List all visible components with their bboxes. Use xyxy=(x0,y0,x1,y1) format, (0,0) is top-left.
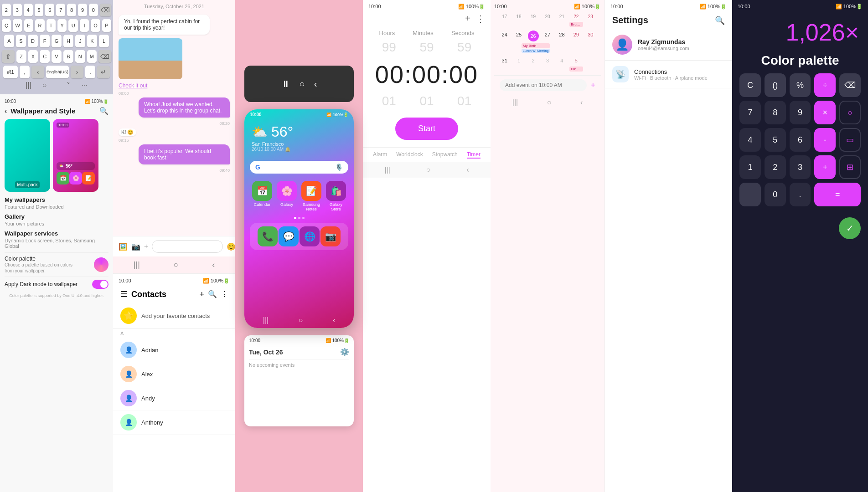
cal-day-5[interactable]: 5 xyxy=(569,56,583,65)
cal-day-2[interactable]: 2 xyxy=(527,56,540,65)
key-8[interactable]: 8 xyxy=(67,4,76,16)
key-j[interactable]: J xyxy=(75,35,85,47)
key-symbols[interactable]: #!1 xyxy=(3,66,18,78)
dock-messages[interactable]: 💬 xyxy=(279,226,299,246)
cal-day-1[interactable]: 1 xyxy=(512,56,525,65)
color-palette-dot[interactable] xyxy=(94,257,108,272)
key-2[interactable]: 2 xyxy=(2,4,11,16)
key-w[interactable]: W xyxy=(13,19,22,32)
contacts-more-icon[interactable]: ⋮ xyxy=(221,290,228,299)
cal-day-3[interactable]: 3 xyxy=(541,56,554,65)
calc-btn-percent[interactable]: % xyxy=(790,73,811,97)
calc-btn-6[interactable]: 6 xyxy=(790,128,811,152)
key-v[interactable]: V xyxy=(52,50,62,63)
cal-add-event-plus[interactable]: + xyxy=(590,81,595,90)
chat-link[interactable]: Check it out xyxy=(119,81,230,89)
key-5[interactable]: 5 xyxy=(35,4,44,16)
key-x[interactable]: X xyxy=(28,50,38,63)
key-language[interactable]: English(US) xyxy=(46,66,69,78)
timer-start-button[interactable]: Start xyxy=(395,118,458,140)
contact-item-andy[interactable]: 👤 Andy xyxy=(113,386,235,410)
contact-item-anthony[interactable]: 👤 Anthony xyxy=(113,410,235,435)
google-search-bar[interactable]: G 🎙️ xyxy=(250,161,348,174)
dock-internet[interactable]: 🌐 xyxy=(300,226,320,246)
calc-confirm-button[interactable]: ✓ xyxy=(839,217,861,239)
calc-btn-parens[interactable]: () xyxy=(765,73,786,97)
key-o[interactable]: O xyxy=(91,19,100,32)
key-comma[interactable]: , xyxy=(20,66,30,78)
calc-btn-8[interactable]: 8 xyxy=(765,101,786,124)
key-z[interactable]: Z xyxy=(16,50,26,63)
key-r[interactable]: R xyxy=(35,19,44,32)
small-cal-setting-icon[interactable]: ⚙️ xyxy=(340,348,349,356)
key-lang-right[interactable]: › xyxy=(71,66,83,78)
cal-day-26-wrapper[interactable]: 26 xyxy=(527,31,540,41)
key-p[interactable]: P xyxy=(102,19,111,32)
cal-day-29[interactable]: 29 xyxy=(569,31,583,41)
key-c[interactable]: C xyxy=(40,50,50,63)
key-l[interactable]: L xyxy=(99,35,109,47)
timer-more-icon[interactable]: ⋮ xyxy=(476,13,485,24)
tab-worldclock[interactable]: Worldclock xyxy=(396,151,423,159)
app-notes[interactable]: 📝 Samsung Notes xyxy=(301,181,322,211)
key-3[interactable]: 3 xyxy=(13,4,22,16)
contacts-menu-icon[interactable]: ☰ xyxy=(120,289,128,299)
wallpaper-search-icon[interactable]: 🔍 xyxy=(99,107,108,115)
contact-item-adrian[interactable]: 👤 Adrian xyxy=(113,338,235,362)
phone-nav-back[interactable]: ‹ xyxy=(333,316,335,324)
key-h[interactable]: H xyxy=(63,35,73,47)
cal-nav-bars[interactable]: ||| xyxy=(512,98,518,107)
key-d[interactable]: D xyxy=(28,35,38,47)
dark-mode-toggle[interactable] xyxy=(92,280,108,289)
contacts-add-icon[interactable]: + xyxy=(199,290,204,299)
cal-day-25[interactable]: 25 xyxy=(512,31,525,41)
cal-day-27[interactable]: 27 xyxy=(541,31,554,41)
calc-btn-multiply[interactable]: × xyxy=(814,101,836,124)
calc-btn-5[interactable]: 5 xyxy=(765,128,786,152)
app-galaxy[interactable]: 🌸 Galaxy xyxy=(276,181,297,211)
key-nav-bars[interactable]: ||| xyxy=(26,81,31,90)
phone-nav-circle[interactable]: ○ xyxy=(299,316,303,324)
calc-btn-9[interactable]: 9 xyxy=(790,101,811,124)
dock-phone[interactable]: 📞 xyxy=(258,226,278,246)
cal-day-31[interactable]: 31 xyxy=(498,56,511,65)
chat-image-icon[interactable]: 🖼️ xyxy=(119,242,128,251)
key-backspace[interactable]: ⌫ xyxy=(100,4,111,16)
calc-btn-0[interactable]: 0 xyxy=(765,183,786,206)
phone-mini-circle-icon[interactable]: ○ xyxy=(300,79,305,89)
chat-text-input[interactable] xyxy=(152,240,223,253)
key-f[interactable]: F xyxy=(40,35,50,47)
nav-bars-icon[interactable]: ||| xyxy=(134,260,140,270)
key-4[interactable]: 4 xyxy=(24,4,33,16)
settings-search-icon[interactable]: 🔍 xyxy=(715,15,725,26)
cal-nav-back[interactable]: ‹ xyxy=(580,98,583,107)
key-e[interactable]: E xyxy=(24,19,33,32)
key-6[interactable]: 6 xyxy=(45,4,54,16)
chat-plus-icon[interactable]: + xyxy=(144,242,148,251)
calc-btn-backspace[interactable]: ⌫ xyxy=(839,73,861,97)
key-9[interactable]: 9 xyxy=(78,4,87,16)
calc-btn-grid[interactable]: ⊞ xyxy=(839,155,861,179)
wp-my-wallpapers[interactable]: My wallpapers Featured and Downloaded xyxy=(5,196,108,210)
phone-mini-pause-icon[interactable]: ⏸ xyxy=(281,79,290,89)
cal-day-24[interactable]: 24 xyxy=(498,31,511,41)
key-nav-grid[interactable]: ··· xyxy=(81,81,87,90)
calc-btn-equals[interactable]: = xyxy=(814,183,861,206)
timer-nav-back[interactable]: ‹ xyxy=(466,166,469,174)
app-calendar[interactable]: 📅 Calendar xyxy=(252,181,273,211)
key-nav-circle[interactable]: ○ xyxy=(42,81,47,90)
key-i[interactable]: I xyxy=(80,19,89,32)
wp-dark-mode-row[interactable]: Apply Dark mode to wallpaper xyxy=(5,277,108,292)
key-shift[interactable]: ⇧ xyxy=(2,50,15,63)
key-enter[interactable]: ↵ xyxy=(97,66,110,78)
calc-btn-4[interactable]: 4 xyxy=(739,128,761,152)
calc-btn-subtract[interactable]: - xyxy=(814,128,836,152)
wallpaper-thumb-1[interactable]: Multi-pack xyxy=(5,119,50,192)
cal-add-event-input[interactable] xyxy=(500,79,587,91)
nav-circle-icon[interactable]: ○ xyxy=(174,260,179,270)
cal-day-28[interactable]: 28 xyxy=(555,31,568,41)
key-nav-chevron[interactable]: ˅ xyxy=(67,81,70,90)
calc-btn-3[interactable]: 3 xyxy=(790,155,811,179)
nav-back-icon[interactable]: ‹ xyxy=(212,260,215,270)
cal-day-26-today[interactable]: 26 xyxy=(528,31,539,41)
